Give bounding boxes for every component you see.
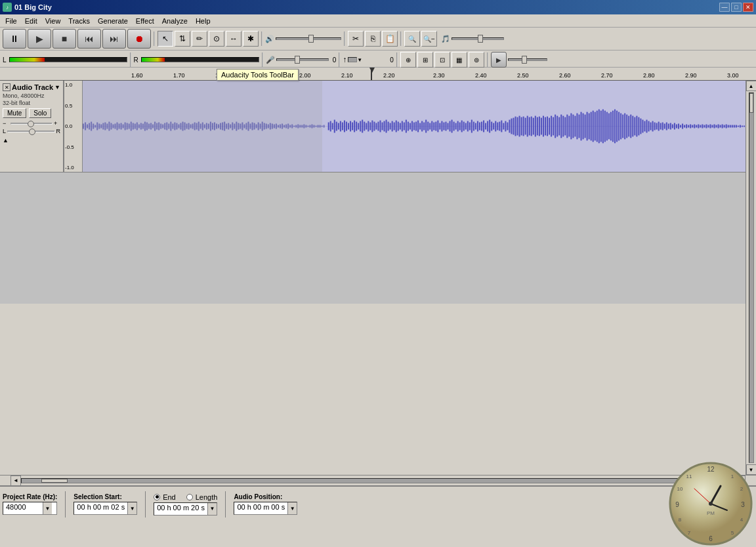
menu-view[interactable]: View: [41, 16, 65, 26]
project-rate-dropdown[interactable]: ▼: [43, 502, 52, 514]
svg-rect-310: [700, 125, 701, 128]
svg-rect-320: [720, 125, 721, 128]
zoom-sel-button[interactable]: ⊡: [434, 52, 450, 68]
menu-help[interactable]: Help: [192, 16, 215, 26]
svg-rect-238: [556, 116, 558, 137]
scroll-left-button[interactable]: ◄: [10, 476, 21, 486]
track-dropdown-arrow[interactable]: ▼: [54, 84, 60, 91]
svg-rect-307: [694, 125, 695, 129]
svg-rect-29: [138, 125, 140, 129]
selection-end-dropdown[interactable]: ▼: [207, 503, 217, 515]
menu-edit[interactable]: Edit: [21, 16, 41, 26]
track-waveform[interactable]: 1.0 0.5 0.0 -0.5 -1.0: [64, 81, 746, 172]
svg-rect-209: [499, 122, 500, 131]
project-rate-value[interactable]: 48000: [3, 502, 43, 514]
svg-rect-126: [334, 120, 335, 133]
end-label[interactable]: End: [163, 493, 176, 501]
svg-rect-269: [618, 112, 620, 141]
svg-rect-305: [690, 125, 691, 129]
scroll-v-thumb[interactable]: [749, 93, 753, 113]
input-volume-slider[interactable]: [276, 58, 329, 61]
menu-tracks[interactable]: Tracks: [64, 16, 94, 26]
end-radio[interactable]: [154, 494, 160, 500]
menu-effect[interactable]: Effect: [132, 16, 158, 26]
svg-rect-255: [591, 112, 592, 141]
cut-tool-button[interactable]: ✂: [348, 31, 364, 47]
menu-file[interactable]: File: [1, 16, 21, 26]
project-rate-input-wrapper[interactable]: 48000 ▼: [3, 502, 57, 515]
mute-button[interactable]: Mute: [3, 108, 26, 118]
audio-position-input-wrapper[interactable]: 00 h 00 m 00 s ▼: [234, 502, 297, 515]
zoom-out-button[interactable]: 🔍−: [421, 31, 437, 47]
dropdown-arrow-cursor[interactable]: ▼: [357, 57, 362, 63]
svg-text:2: 2: [740, 486, 744, 492]
svg-rect-266: [612, 111, 614, 142]
svg-rect-21: [123, 125, 124, 129]
scroll-up-button[interactable]: ▲: [746, 81, 757, 91]
scroll-h-track[interactable]: [21, 478, 735, 483]
maximize-button[interactable]: □: [731, 3, 742, 12]
audio-position-value[interactable]: 00 h 00 m 00 s: [234, 502, 287, 514]
zoom-tool-button[interactable]: ⊙: [209, 31, 224, 47]
zoom-3-button[interactable]: ⊚: [469, 52, 484, 68]
zoom-fit-button[interactable]: ⊕: [400, 52, 416, 68]
svg-rect-292: [664, 124, 665, 129]
close-button[interactable]: ✕: [743, 3, 753, 12]
selection-tool-button[interactable]: ↖: [158, 31, 173, 47]
length-label[interactable]: Length: [196, 493, 218, 501]
scroll-v-track[interactable]: [749, 92, 754, 463]
svg-rect-152: [386, 120, 387, 133]
svg-rect-19: [119, 124, 120, 129]
track-close-button[interactable]: ✕: [3, 83, 10, 91]
svg-rect-47: [174, 123, 175, 131]
output-volume-slider[interactable]: [276, 37, 341, 40]
play-speed-button[interactable]: ▶: [491, 52, 507, 68]
minimize-button[interactable]: —: [719, 3, 730, 12]
svg-rect-265: [610, 112, 612, 141]
svg-rect-48: [176, 123, 177, 130]
multi-tool-button[interactable]: ✱: [243, 31, 259, 47]
svg-rect-248: [576, 113, 578, 140]
selection-start-input-wrapper[interactable]: 00 h 00 m 02 s ▼: [74, 502, 137, 515]
track-expand-icon[interactable]: ▲: [3, 137, 9, 144]
svg-rect-228: [537, 117, 538, 136]
length-radio[interactable]: [186, 494, 193, 500]
svg-rect-274: [628, 116, 629, 137]
menu-generate[interactable]: Generate: [94, 16, 132, 26]
timeshift-tool-button[interactable]: ↔: [226, 31, 242, 47]
menu-analyze[interactable]: Analyze: [158, 16, 192, 26]
svg-point-350: [709, 502, 713, 506]
zoom-fit-height-button[interactable]: ⊞: [417, 52, 433, 68]
svg-rect-185: [452, 120, 453, 133]
svg-rect-304: [688, 125, 689, 128]
svg-rect-246: [572, 115, 574, 138]
cursor-slider[interactable]: [348, 57, 357, 62]
play-button[interactable]: ▶: [28, 29, 51, 49]
zoom-in-button[interactable]: 🔍: [404, 31, 420, 47]
solo-button[interactable]: Solo: [29, 108, 51, 118]
playback-speed-slider[interactable]: [508, 58, 547, 61]
pause-button[interactable]: ⏸: [3, 29, 26, 49]
envelope-tool-button[interactable]: ⇅: [175, 31, 190, 47]
selection-end-input-wrapper[interactable]: 00 h 00 m 20 s ▼: [154, 502, 217, 516]
selection-start-dropdown[interactable]: ▼: [127, 502, 136, 514]
scroll-h-thumb[interactable]: [41, 479, 68, 483]
paste-tool-button[interactable]: 📋: [382, 31, 398, 47]
rewind-button[interactable]: ⏮: [77, 29, 101, 49]
svg-text:8: 8: [679, 517, 682, 523]
pan-slider[interactable]: [7, 131, 54, 132]
audio-position-dropdown[interactable]: ▼: [287, 502, 297, 514]
stop-button[interactable]: ■: [52, 29, 76, 49]
svg-rect-131: [344, 121, 345, 132]
zoom-fit-2-button[interactable]: ▦: [452, 52, 467, 68]
fastforward-button[interactable]: ⏭: [102, 29, 126, 49]
svg-rect-39: [158, 123, 159, 131]
selection-start-value[interactable]: 00 h 00 m 02 s: [74, 502, 127, 514]
output-pan-slider[interactable]: [452, 37, 504, 40]
selection-end-value[interactable]: 00 h 00 m 20 s: [154, 503, 207, 515]
gain-slider[interactable]: [10, 123, 52, 125]
sep-zoom: [396, 52, 398, 67]
record-button[interactable]: ⏺: [127, 29, 151, 49]
copy-tool-button[interactable]: ⎘: [365, 31, 381, 47]
draw-tool-button[interactable]: ✏: [192, 31, 207, 47]
